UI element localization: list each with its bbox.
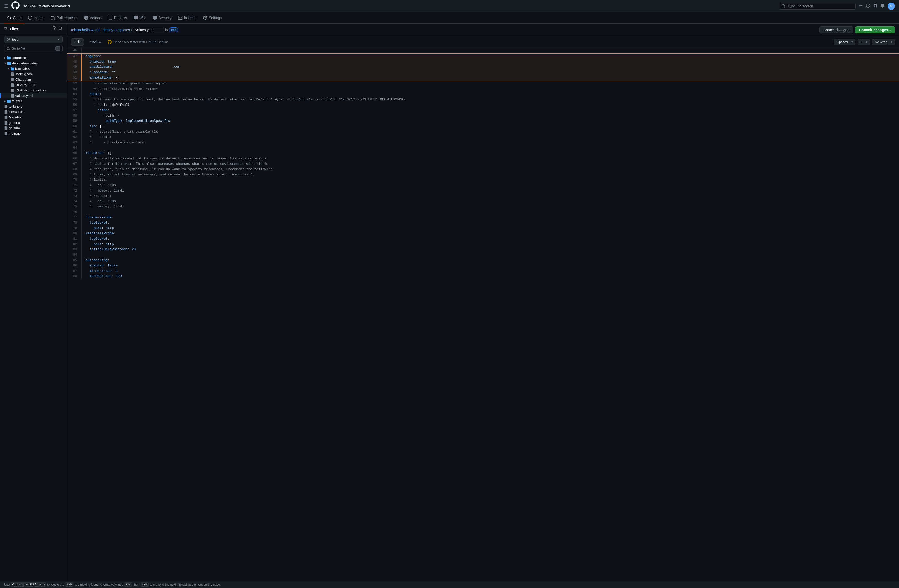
filename-input[interactable] <box>133 27 164 33</box>
nav-repo[interactable]: tekton-hello-world <box>39 4 70 8</box>
plus-icon[interactable] <box>859 4 863 9</box>
tree-item-helmignore[interactable]: .helmignore <box>0 71 67 77</box>
line-content[interactable]: port: http <box>81 242 899 247</box>
line-content[interactable]: # choice for the user. This also increas… <box>81 161 899 167</box>
line-content[interactable]: tls: [] <box>81 124 899 129</box>
line-content[interactable]: # cpu: 100m <box>81 183 899 188</box>
line-content[interactable]: # memory: 128Mi <box>81 204 899 210</box>
wrap-selector[interactable]: No wrap ▼ <box>872 39 895 45</box>
line-content[interactable]: hosts: <box>81 92 899 97</box>
line-content[interactable]: - path: / <box>81 113 899 119</box>
line-content[interactable]: # resources, such as Minikube. If you do… <box>81 167 899 172</box>
edit-tab[interactable]: Edit <box>71 39 84 46</box>
line-content[interactable]: # - chart-example.local <box>81 140 899 145</box>
line-content[interactable]: resources: {} <box>81 151 899 156</box>
line-content[interactable]: pathType: ImplementationSpecific <box>81 119 899 124</box>
line-content[interactable]: annotations: {} <box>81 75 899 81</box>
breadcrumb-repo[interactable]: tekton-hello-world <box>71 28 100 32</box>
preview-tab[interactable]: Preview <box>85 39 105 46</box>
line-content[interactable]: ingress: <box>81 54 899 59</box>
line-content[interactable]: tcpSocket: <box>81 236 899 242</box>
line-content[interactable] <box>81 252 899 258</box>
tree-item-deploy-templates[interactable]: ▼ deploy-templates <box>0 60 67 66</box>
add-file-icon[interactable] <box>52 26 56 31</box>
cancel-changes-button[interactable]: Cancel changes <box>819 26 853 34</box>
line-content[interactable]: autoscaling: <box>81 258 899 263</box>
line-content[interactable]: - host: edpDefault <box>81 102 899 108</box>
code-editor[interactable]: 46 47ingress:48 enabled: true49 dnsWildc… <box>67 48 899 581</box>
commit-changes-button[interactable]: Commit changes... <box>855 26 895 34</box>
table-row: 63 # - chart-example.local <box>67 140 899 145</box>
line-content[interactable]: livenessProbe: <box>81 215 899 221</box>
line-content[interactable]: port: http <box>81 225 899 231</box>
tree-item-readme-md[interactable]: README.md <box>0 82 67 88</box>
line-content[interactable]: # - secretName: chart-example-tls <box>81 129 899 135</box>
tree-item-go-sum[interactable]: go.sum <box>0 125 67 131</box>
line-content[interactable]: minReplicas: 1 <box>81 269 899 274</box>
nav-projects[interactable]: Projects <box>105 12 130 23</box>
tree-item-gitignore[interactable]: .gitignore <box>0 104 67 109</box>
nav-actions[interactable]: Actions <box>81 12 105 23</box>
nav-search[interactable]: Type / to search <box>779 3 856 9</box>
line-content[interactable]: # We usually recommend not to specify de… <box>81 156 899 161</box>
breadcrumb-dir[interactable]: deploy-templates <box>102 28 130 32</box>
line-content[interactable]: enabled: true <box>81 59 899 65</box>
table-row: 84 <box>67 252 899 258</box>
file-search[interactable]: Go to file t <box>4 45 63 52</box>
tree-item-main-go[interactable]: main.go <box>0 131 67 136</box>
line-content[interactable]: # limits: <box>81 177 899 183</box>
line-content[interactable] <box>81 210 899 215</box>
tree-item-makefile[interactable]: Makefile <box>0 114 67 120</box>
line-content[interactable]: dnsWildcard: .com <box>81 64 899 70</box>
indent-size-selector[interactable]: 2 ▼ <box>857 39 870 45</box>
line-content[interactable]: paths: <box>81 108 899 113</box>
branch-selector[interactable]: test ▼ <box>4 36 63 43</box>
line-number: 83 <box>67 247 81 252</box>
tree-item-controllers[interactable]: ▶ controllers <box>0 55 67 60</box>
avatar[interactable]: R <box>888 3 895 10</box>
nav-issues[interactable]: Issues <box>25 12 47 23</box>
line-content[interactable]: # cpu: 100m <box>81 199 899 204</box>
line-content[interactable]: initialDelaySeconds: 20 <box>81 247 899 252</box>
line-content[interactable]: tcpSocket: <box>81 221 899 226</box>
line-content[interactable] <box>81 48 899 54</box>
line-content[interactable]: enabled: false <box>81 263 899 269</box>
table-row: 62 # hosts: <box>67 135 899 140</box>
line-content[interactable]: readinessProbe: <box>81 231 899 236</box>
hamburger-icon[interactable]: ☰ <box>4 3 8 9</box>
line-content[interactable]: # kubernetes.io/ingress.class: nginx <box>81 81 899 86</box>
line-content[interactable] <box>81 145 899 151</box>
pr-icon[interactable] <box>873 4 877 8</box>
nav-pull-requests[interactable]: Pull requests <box>48 12 80 23</box>
notifications-icon[interactable] <box>880 4 885 8</box>
search-files-icon[interactable] <box>59 26 63 31</box>
tree-item-templates[interactable]: ▼ templates <box>0 66 67 71</box>
wrap-select[interactable]: No wrap <box>872 39 895 45</box>
tree-item-dockerfile[interactable]: Dockerfile <box>0 109 67 114</box>
spaces-select[interactable]: Spaces <box>834 39 856 45</box>
nav-insights[interactable]: Insights <box>175 12 199 23</box>
line-content[interactable]: # lines, adjust them as necessary, and r… <box>81 172 899 177</box>
line-content[interactable]: className: "" <box>81 70 899 75</box>
nav-code[interactable]: Code <box>4 12 25 23</box>
line-content[interactable]: # requests: <box>81 194 899 199</box>
line-content[interactable]: # If need to use specific host, define h… <box>81 97 899 102</box>
tree-item-readme-gotmpl[interactable]: README.md.gotmpl <box>0 88 67 93</box>
indent-select[interactable]: 2 <box>857 39 870 45</box>
tree-item-values-yaml[interactable]: values.yaml <box>0 93 67 98</box>
tree-item-chart-yaml[interactable]: Chart.yaml <box>0 77 67 82</box>
nav-security[interactable]: Security <box>150 12 175 23</box>
kbd-tab2: tab <box>141 582 149 587</box>
tree-item-go-mod[interactable]: go.mod <box>0 120 67 125</box>
spaces-selector[interactable]: Spaces ▼ <box>834 39 856 45</box>
issues-icon[interactable] <box>866 4 870 8</box>
nav-wiki[interactable]: Wiki <box>131 12 149 23</box>
line-content[interactable]: # kubernetes.io/tls-acme: "true" <box>81 86 899 92</box>
line-content[interactable]: # hosts: <box>81 135 899 140</box>
nav-settings[interactable]: Settings <box>200 12 225 23</box>
tree-item-routers[interactable]: ▶ routers <box>0 98 67 104</box>
line-content[interactable]: maxReplicas: 100 <box>81 274 899 279</box>
nav-user[interactable]: Rolika4 <box>23 4 36 8</box>
line-content[interactable]: # memory: 128Mi <box>81 188 899 194</box>
github-logo[interactable] <box>11 1 20 11</box>
